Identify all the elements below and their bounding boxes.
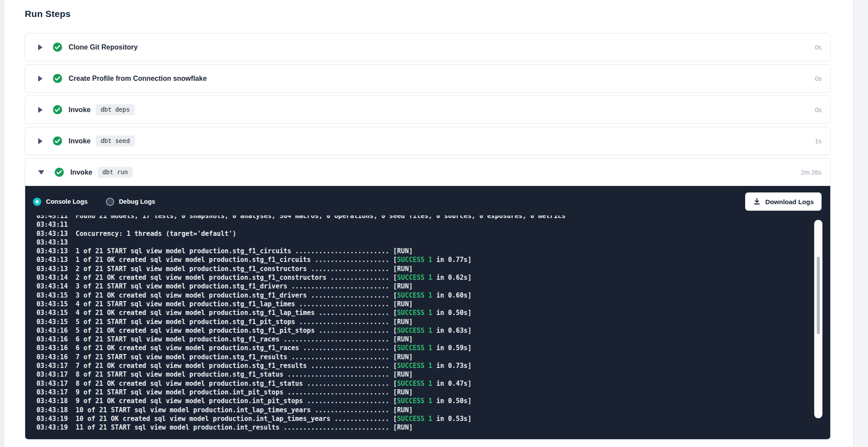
run-step-row-dbt-deps[interactable]: Invoke dbt deps 0s bbox=[25, 96, 830, 123]
log-line: 03:43:15 3 of 21 OK created sql view mod… bbox=[36, 291, 804, 300]
success-check-icon bbox=[53, 73, 62, 83]
log-line: 03:43:13 2 of 21 START sql view model pr… bbox=[36, 265, 804, 273]
success-check-icon bbox=[53, 136, 62, 146]
log-success-status: SUCCESS 1 bbox=[397, 415, 432, 423]
page-title: Run Steps bbox=[25, 9, 831, 19]
log-success-status: SUCCESS 1 bbox=[397, 362, 432, 370]
chevron-right-icon[interactable] bbox=[38, 107, 43, 113]
chevron-right-icon[interactable] bbox=[38, 44, 43, 50]
download-icon bbox=[753, 198, 761, 205]
log-line: 03:43:13 1 of 21 START sql view model pr… bbox=[36, 247, 804, 255]
log-line: 03:43:15 4 of 21 OK created sql view mod… bbox=[36, 308, 804, 317]
log-line: 03:43:18 10 of 21 START sql view model p… bbox=[36, 406, 804, 414]
radio-unselected-icon[interactable] bbox=[106, 198, 114, 206]
step-label: Invoke bbox=[69, 106, 91, 114]
step-label: Invoke bbox=[70, 169, 92, 176]
run-step-row-create-profile[interactable]: Create Profile from Connection snowflake… bbox=[25, 65, 830, 92]
log-success-status: SUCCESS 1 bbox=[397, 380, 432, 387]
log-success-status: SUCCESS 1 bbox=[397, 256, 432, 264]
log-line: 03:43:14 3 of 21 START sql view model pr… bbox=[36, 282, 804, 291]
console-log-view[interactable]: 03:43:11 Found 21 models, 17 tests, 0 sn… bbox=[36, 215, 804, 434]
run-step-row-dbt-run[interactable]: Invoke dbt run 2m 26s bbox=[25, 159, 830, 186]
radio-debug-logs-label[interactable]: Debug Logs bbox=[119, 198, 155, 205]
log-line: 03:43:15 5 of 21 START sql view model pr… bbox=[36, 318, 804, 326]
step-duration: 0s bbox=[815, 106, 822, 113]
chevron-down-icon[interactable] bbox=[38, 170, 44, 175]
run-step-card-clone-git: Clone Git Repository 0s bbox=[25, 33, 831, 61]
step-duration: 2m 26s bbox=[801, 169, 822, 176]
console-scrollbar-thumb[interactable] bbox=[817, 257, 820, 334]
log-line: 03:43:11 bbox=[36, 220, 804, 229]
log-line: 03:43:16 5 of 21 OK created sql view mod… bbox=[36, 326, 804, 335]
log-line: 03:43:16 6 of 21 OK created sql view mod… bbox=[36, 344, 804, 352]
step-label: Clone Git Repository bbox=[69, 43, 138, 51]
run-steps-page: Run Steps Clone Git Repository 0s Create… bbox=[0, 0, 868, 447]
log-line: 03:43:19 11 of 21 START sql view model p… bbox=[36, 423, 804, 432]
log-success-status: SUCCESS 1 bbox=[397, 291, 432, 299]
success-check-icon bbox=[54, 167, 64, 177]
step-label: Invoke bbox=[69, 137, 91, 145]
log-line: 03:43:15 4 of 21 START sql view model pr… bbox=[36, 300, 804, 308]
run-step-card-create-profile: Create Profile from Connection snowflake… bbox=[25, 64, 831, 93]
run-steps-content: Run Steps Clone Git Repository 0s Create… bbox=[25, 9, 831, 443]
log-line: 03:43:16 7 of 21 START sql view model pr… bbox=[36, 353, 804, 361]
step-duration: 0s bbox=[815, 44, 822, 51]
log-success-status: SUCCESS 1 bbox=[397, 309, 432, 317]
log-success-status: SUCCESS 1 bbox=[397, 274, 432, 281]
log-line: 03:43:16 6 of 21 START sql view model pr… bbox=[36, 335, 804, 344]
log-line: 03:43:19 10 of 21 OK created sql view mo… bbox=[36, 414, 804, 423]
chevron-right-icon[interactable] bbox=[38, 76, 43, 82]
log-line: 03:43:11 Found 21 models, 17 tests, 0 sn… bbox=[36, 215, 804, 220]
log-line: 03:43:17 9 of 21 START sql view model pr… bbox=[36, 388, 804, 397]
right-gutter bbox=[853, 0, 868, 447]
log-line: 03:43:13 Concurrency: 1 threads (target=… bbox=[36, 229, 804, 238]
log-line: 03:43:13 1 of 21 OK created sql view mod… bbox=[36, 255, 804, 264]
download-logs-button[interactable]: Download Logs bbox=[745, 192, 822, 211]
console-log-panel: Console Logs Debug Logs Download Logs bbox=[25, 186, 830, 439]
log-line: 03:43:18 9 of 21 OK created sql view mod… bbox=[36, 397, 804, 405]
log-line: 03:43:14 2 of 21 OK created sql view mod… bbox=[36, 273, 804, 282]
radio-console-logs-label[interactable]: Console Logs bbox=[46, 198, 88, 205]
left-gutter bbox=[0, 0, 4, 447]
run-step-card-dbt-run: Invoke dbt run 2m 26s Console Logs Debug… bbox=[25, 158, 831, 440]
log-success-status: SUCCESS 1 bbox=[397, 344, 432, 352]
log-line: 03:43:17 7 of 21 OK created sql view mod… bbox=[36, 361, 804, 370]
download-logs-label: Download Logs bbox=[765, 198, 814, 205]
log-line: 03:43:17 8 of 21 OK created sql view mod… bbox=[36, 379, 804, 388]
radio-debug-logs[interactable]: Debug Logs bbox=[106, 198, 155, 206]
step-duration: 0s bbox=[815, 75, 822, 82]
step-command-pill: dbt seed bbox=[96, 136, 135, 146]
run-step-row-dbt-seed[interactable]: Invoke dbt seed 1s bbox=[25, 127, 830, 155]
console-header: Console Logs Debug Logs Download Logs bbox=[25, 186, 830, 214]
run-step-row-clone-git[interactable]: Clone Git Repository 0s bbox=[25, 33, 830, 61]
log-line: 03:43:17 8 of 21 START sql view model pr… bbox=[36, 370, 804, 379]
success-check-icon bbox=[53, 42, 62, 52]
log-success-status: SUCCESS 1 bbox=[397, 327, 432, 334]
run-step-card-dbt-deps: Invoke dbt deps 0s bbox=[25, 96, 831, 124]
step-label: Create Profile from Connection snowflake bbox=[69, 75, 207, 83]
log-line: 03:43:13 bbox=[36, 238, 804, 247]
radio-console-logs[interactable]: Console Logs bbox=[33, 198, 88, 206]
step-duration: 1s bbox=[815, 138, 822, 145]
step-command-pill: dbt run bbox=[98, 167, 133, 178]
chevron-right-icon[interactable] bbox=[38, 138, 43, 144]
success-check-icon bbox=[53, 105, 62, 115]
log-success-status: SUCCESS 1 bbox=[397, 397, 432, 405]
radio-selected-icon[interactable] bbox=[33, 198, 41, 206]
console-scrollbar-track[interactable] bbox=[814, 220, 822, 418]
step-command-pill: dbt deps bbox=[96, 104, 135, 115]
console-log-lines: 03:43:11 Found 21 models, 17 tests, 0 sn… bbox=[36, 215, 804, 432]
run-step-card-dbt-seed: Invoke dbt seed 1s bbox=[25, 127, 831, 155]
